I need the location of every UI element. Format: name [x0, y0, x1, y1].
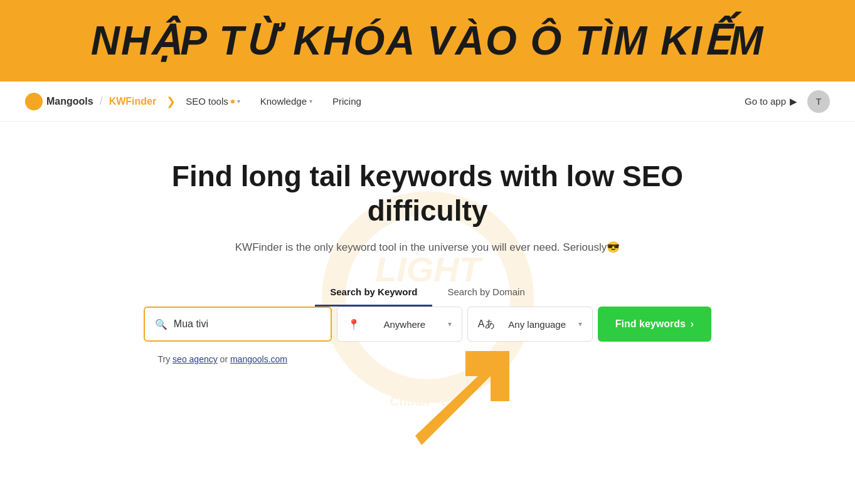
- main-content: LIGHT Chuẩn - Đẹp Find long tail keyword…: [0, 122, 855, 473]
- nav-pricing[interactable]: Pricing: [332, 96, 361, 107]
- main-title: Find long tail keywords with low SEO dif…: [146, 159, 710, 228]
- location-pin-icon: 📍: [348, 318, 360, 330]
- nav-knowledge[interactable]: Knowledge ▾: [260, 96, 312, 107]
- nav-pricing-label: Pricing: [332, 96, 361, 107]
- try-link-seo-agency[interactable]: seo agency: [173, 354, 218, 364]
- find-keywords-button[interactable]: Find keywords ›: [598, 307, 711, 342]
- try-prefix: Try: [158, 354, 173, 364]
- watermark-subtext: Chuẩn - Đẹp: [390, 394, 465, 409]
- find-keywords-label: Find keywords: [615, 318, 686, 330]
- nav-knowledge-label: Knowledge: [260, 96, 307, 107]
- find-keywords-arrow-icon: ›: [691, 318, 694, 330]
- nav-seo-tools-label: SEO tools: [186, 96, 228, 107]
- location-chevron-icon: ▾: [448, 320, 452, 328]
- go-to-app-label: Go to app: [745, 96, 786, 107]
- mangools-logo-icon: [25, 93, 43, 110]
- brand-logo-group[interactable]: Mangools / KWFinder: [25, 93, 156, 110]
- svg-marker-2: [415, 351, 509, 445]
- nav-menu: SEO tools ▾ Knowledge ▾ Pricing: [186, 96, 745, 107]
- navbar-right: Go to app ▶ T: [745, 90, 830, 113]
- nav-chevron-icon: ▾: [237, 98, 240, 105]
- try-suggestions: Try seo agency or mangools.com: [146, 354, 710, 364]
- navbar: Mangools / KWFinder ❯ SEO tools ▾ Knowle…: [0, 81, 855, 122]
- language-dropdown[interactable]: Aあ Any language ▾: [467, 307, 593, 342]
- nav-dot-icon: [231, 100, 235, 103]
- banner-title: NHẬP TỪ KHÓA VÀO Ô TÌM KIẾM: [13, 18, 842, 64]
- nav-knowledge-chevron-icon: ▾: [309, 98, 312, 105]
- language-text: Any language: [501, 319, 573, 330]
- search-tabs: Search by Keyword Search by Domain: [25, 279, 830, 307]
- tab-domain-label: Search by Domain: [447, 286, 524, 297]
- tab-domain[interactable]: Search by Domain: [432, 279, 539, 307]
- brand-arrow-icon: ❯: [166, 95, 176, 108]
- search-bar: 🔍 📍 Anywhere ▾ Aあ Any language ▾ Find ke…: [146, 307, 710, 342]
- search-icon: 🔍: [155, 318, 167, 330]
- tab-keyword-label: Search by Keyword: [330, 286, 417, 297]
- tab-keyword[interactable]: Search by Keyword: [315, 279, 432, 307]
- brand-mangools-text: Mangools: [46, 96, 93, 107]
- main-subtitle: KWFinder is the only keyword tool in the…: [25, 241, 830, 254]
- language-chevron-icon: ▾: [578, 320, 582, 328]
- search-input-wrapper[interactable]: 🔍: [144, 307, 332, 342]
- go-to-app-arrow-icon: ▶: [790, 96, 797, 107]
- go-to-app-button[interactable]: Go to app ▶: [745, 96, 797, 107]
- brand-kwfinder-text: KWFinder: [109, 96, 157, 107]
- search-input[interactable]: [174, 318, 312, 330]
- location-dropdown[interactable]: 📍 Anywhere ▾: [337, 307, 462, 342]
- user-avatar[interactable]: T: [807, 90, 830, 113]
- try-link-mangools[interactable]: mangools.com: [230, 354, 287, 364]
- nav-seo-tools[interactable]: SEO tools ▾: [186, 96, 240, 107]
- language-icon: Aあ: [478, 318, 495, 331]
- top-banner: NHẬP TỪ KHÓA VÀO Ô TÌM KIẾM: [0, 0, 855, 81]
- try-or: or: [218, 354, 230, 364]
- brand-separator: /: [100, 95, 103, 108]
- location-text: Anywhere: [366, 319, 443, 330]
- avatar-letter: T: [816, 97, 822, 107]
